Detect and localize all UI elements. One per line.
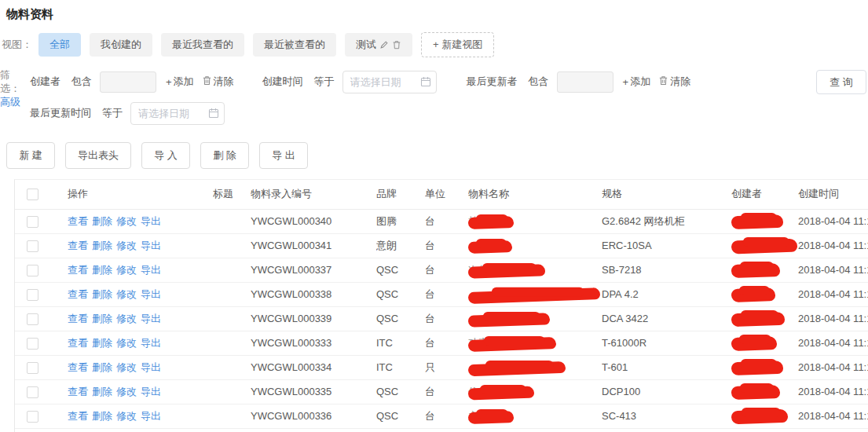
material-data-page: 物料资料 视图： 全部我创建的最近我查看的最近被查看的测试 + 新建视图 筛选：… — [0, 0, 868, 432]
edit-pencil-icon[interactable] — [379, 40, 389, 49]
op-link[interactable]: 查看 — [68, 288, 88, 300]
new-view-button[interactable]: + 新建视图 — [421, 32, 494, 57]
materials-table: 操作 标题 物料录入编号 品牌 单位 物料名称 规格 创建者 创建时间 查看删除… — [15, 180, 868, 432]
op-link[interactable]: 删除 — [92, 386, 112, 397]
creator-add-link[interactable]: +添加 — [166, 75, 194, 89]
row-checkbox[interactable] — [27, 240, 38, 252]
creator — [731, 209, 798, 233]
op-link[interactable]: 修改 — [116, 410, 137, 422]
op-link[interactable]: 删除 — [92, 410, 112, 422]
select-all-checkbox[interactable] — [27, 189, 38, 200]
op-link[interactable]: 修改 — [116, 386, 137, 397]
op-link[interactable]: 删除 — [92, 215, 112, 227]
row-checkbox[interactable] — [27, 216, 38, 228]
row-checkbox[interactable] — [27, 411, 38, 423]
row-checkbox[interactable] — [27, 362, 38, 374]
redaction-scribble — [468, 410, 514, 423]
create-time-date-input[interactable] — [342, 71, 437, 93]
filters-left: 筛选： 高级 — [0, 68, 24, 108]
op-link[interactable]: 导出 — [141, 240, 161, 251]
material-code: YWCGWL000340 — [251, 209, 376, 233]
last-updater-clear-link[interactable]: 清除 — [658, 75, 690, 89]
row-checkbox[interactable] — [27, 386, 38, 398]
toolbar-button[interactable]: 导出表头 — [65, 142, 131, 169]
advanced-filter-link[interactable]: 高级 — [0, 95, 24, 108]
col-header-name: 物料名称 — [468, 180, 602, 209]
toolbar-button[interactable]: 新 建 — [6, 142, 55, 169]
op-link[interactable]: 查看 — [68, 313, 88, 324]
material-name: 挂墙机柜 — [468, 209, 602, 233]
op-link[interactable]: 导出 — [141, 386, 161, 397]
col-header-created: 创建时间 — [798, 180, 868, 209]
op-link[interactable]: 导出 — [141, 337, 161, 349]
op-link[interactable]: 修改 — [116, 240, 137, 251]
op-link[interactable]: 查看 — [68, 386, 88, 397]
op-link[interactable]: 修改 — [116, 215, 137, 227]
creator-clear-link[interactable]: 清除 — [202, 75, 234, 89]
view-tab[interactable]: 全部 — [38, 33, 81, 57]
toolbar: 新 建导出表头导 入删 除导 出 — [6, 142, 868, 169]
material-code: YWCGWL000334 — [251, 355, 376, 379]
filter-op-last-update-time: 等于 — [102, 106, 123, 120]
row-checkbox[interactable] — [27, 265, 38, 276]
creator — [731, 404, 798, 428]
op-link[interactable]: 修改 — [116, 337, 137, 349]
material-name — [468, 282, 602, 306]
op-link[interactable]: 查看 — [68, 215, 88, 227]
row-checkbox[interactable] — [27, 313, 38, 325]
last-update-time-date-input[interactable] — [130, 102, 225, 125]
plus-icon: + — [623, 76, 629, 88]
op-link[interactable]: 修改 — [116, 313, 137, 324]
spec: G2.6842 网络机柜 — [602, 209, 731, 233]
material-name — [468, 355, 602, 379]
view-tab[interactable]: 我创建的 — [90, 33, 152, 57]
op-link[interactable]: 修改 — [116, 264, 137, 276]
creator-filter-input[interactable] — [100, 71, 156, 93]
spec: T-61000R — [602, 331, 731, 355]
op-link[interactable]: 删除 — [92, 361, 112, 373]
search-button[interactable]: 查 询 — [816, 70, 866, 94]
table-row: 查看删除修改导出 YWCGWL000333 ITC 台 功率放大器 T-6100… — [15, 331, 868, 355]
filters-panel: 筛选： 高级 创建者 包含 +添加 清除 创建时间 等于 最后更新者 包含 — [0, 68, 868, 126]
view-tab[interactable]: 最近我查看的 — [161, 33, 244, 57]
op-link[interactable]: 导出 — [141, 264, 161, 276]
op-link[interactable]: 查看 — [68, 240, 88, 251]
toolbar-button[interactable]: 删 除 — [200, 142, 249, 169]
redaction-scribble — [731, 311, 785, 326]
view-tab[interactable]: 测试 — [345, 33, 412, 57]
table-row: 查看删除修改导出 YWCGWL000339 QSC 台 DCA 3422 201… — [15, 306, 868, 331]
filter-row-2: 最后更新时间 等于 — [30, 100, 868, 126]
op-link[interactable]: 导出 — [141, 288, 161, 300]
table-row: 查看删除修改导出 YWCGWL000338 QSC 台 DPA 4.2 2018… — [15, 282, 868, 306]
last-updater-add-link[interactable]: +添加 — [623, 75, 651, 89]
view-tab[interactable]: 最近被查看的 — [253, 33, 336, 57]
material-code: YWCGWL000337 — [251, 258, 376, 282]
op-link[interactable]: 查看 — [68, 337, 88, 349]
col-header-title: 标题 — [213, 180, 251, 209]
op-link[interactable]: 查看 — [68, 361, 88, 373]
row-operations: 查看删除修改导出 — [68, 404, 213, 428]
op-link[interactable]: 导出 — [141, 361, 161, 373]
title-cell — [213, 233, 251, 258]
creator — [731, 282, 798, 306]
op-link[interactable]: 删除 — [92, 313, 112, 324]
op-link[interactable]: 查看 — [68, 264, 88, 276]
last-updater-filter-input[interactable] — [557, 71, 613, 93]
op-link[interactable]: 导出 — [141, 313, 161, 324]
op-link[interactable]: 删除 — [92, 288, 112, 300]
op-link[interactable]: 修改 — [116, 361, 137, 373]
op-link[interactable]: 删除 — [92, 337, 112, 349]
row-checkbox[interactable] — [27, 338, 38, 350]
unit: 台 — [425, 233, 468, 258]
toolbar-button[interactable]: 导 出 — [259, 142, 308, 169]
op-link[interactable]: 导出 — [141, 215, 161, 227]
op-link[interactable]: 查看 — [68, 410, 88, 422]
row-checkbox[interactable] — [27, 289, 38, 301]
op-link[interactable]: 删除 — [92, 240, 112, 251]
trash-icon[interactable] — [392, 40, 401, 49]
op-link[interactable]: 修改 — [116, 288, 137, 300]
op-link[interactable]: 删除 — [92, 264, 112, 276]
spec: ERC-10SA — [602, 233, 731, 258]
toolbar-button[interactable]: 导 入 — [141, 142, 190, 169]
op-link[interactable]: 导出 — [141, 410, 161, 422]
